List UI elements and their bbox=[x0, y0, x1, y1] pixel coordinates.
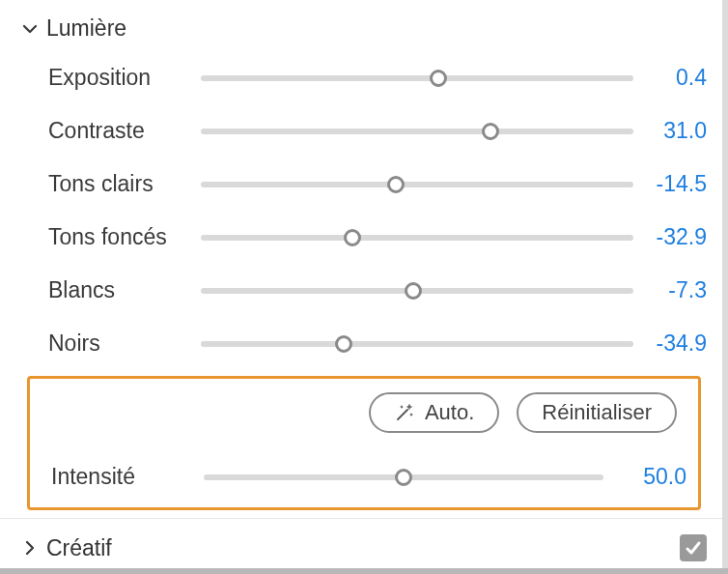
section-title-creative: Créatif bbox=[46, 535, 112, 561]
slider-row-intensity: Intensité 50.0 bbox=[30, 450, 698, 503]
slider-blacks[interactable] bbox=[201, 341, 655, 347]
slider-value[interactable]: -32.9 bbox=[655, 224, 728, 250]
section-body-light: Exposition 0.4 Contraste 31.0 Tons clair… bbox=[0, 47, 728, 370]
magic-wand-icon bbox=[394, 402, 415, 423]
slider-label: Intensité bbox=[51, 464, 204, 490]
chevron-down-icon bbox=[21, 20, 39, 38]
reset-button[interactable]: Réinitialiser bbox=[517, 392, 677, 433]
slider-value[interactable]: -34.9 bbox=[655, 330, 728, 357]
slider-value[interactable]: 50.0 bbox=[625, 464, 698, 490]
slider-highlights[interactable] bbox=[201, 182, 655, 187]
section-header-light[interactable]: Lumière bbox=[0, 10, 728, 47]
auto-controls-box: Auto. Réinitialiser Intensité 50.0 bbox=[27, 376, 701, 510]
slider-row-whites: Blancs -7.3 bbox=[0, 264, 728, 317]
auto-button-label: Auto. bbox=[425, 400, 474, 425]
slider-label: Contraste bbox=[48, 118, 201, 144]
slider-value[interactable]: -14.5 bbox=[655, 171, 728, 197]
section-toggle-checkbox[interactable] bbox=[680, 534, 707, 561]
scrollbar-vertical[interactable] bbox=[722, 0, 728, 574]
slider-row-exposure: Exposition 0.4 bbox=[0, 51, 728, 104]
slider-intensity[interactable] bbox=[204, 474, 625, 480]
slider-row-blacks: Noirs -34.9 bbox=[0, 317, 728, 370]
slider-label: Tons foncés bbox=[48, 224, 201, 250]
slider-row-highlights: Tons clairs -14.5 bbox=[0, 158, 728, 211]
chevron-right-icon bbox=[21, 539, 39, 557]
slider-label: Exposition bbox=[48, 65, 201, 91]
slider-label: Noirs bbox=[48, 330, 201, 357]
section-title-light: Lumière bbox=[46, 15, 707, 42]
section-header-creative[interactable]: Créatif bbox=[0, 519, 728, 573]
slider-exposure[interactable] bbox=[201, 75, 655, 81]
window-bottom-edge bbox=[0, 568, 728, 574]
slider-row-contrast: Contraste 31.0 bbox=[0, 104, 728, 158]
slider-shadows[interactable] bbox=[201, 235, 655, 241]
auto-button[interactable]: Auto. bbox=[369, 392, 499, 433]
slider-value[interactable]: 0.4 bbox=[655, 65, 728, 91]
slider-label: Tons clairs bbox=[48, 171, 201, 197]
reset-button-label: Réinitialiser bbox=[542, 400, 652, 425]
slider-value[interactable]: 31.0 bbox=[655, 118, 728, 144]
slider-value[interactable]: -7.3 bbox=[655, 277, 728, 303]
slider-whites[interactable] bbox=[201, 288, 655, 294]
slider-contrast[interactable] bbox=[201, 129, 655, 134]
slider-label: Blancs bbox=[48, 277, 201, 303]
slider-row-shadows: Tons foncés -32.9 bbox=[0, 211, 728, 264]
